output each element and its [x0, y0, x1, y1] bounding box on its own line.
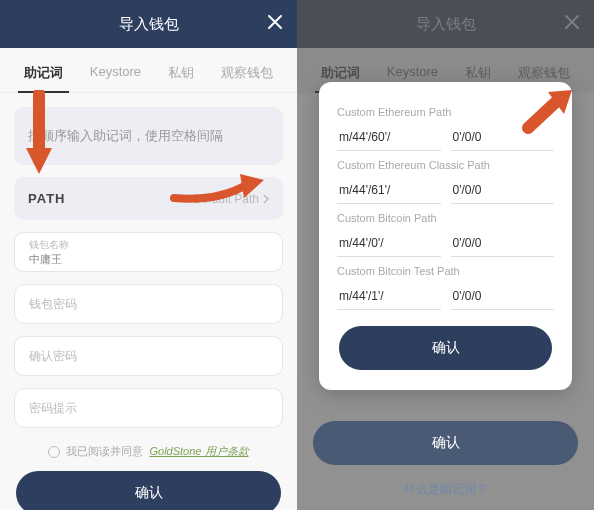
- path-suffix-input[interactable]: 0'/0/0: [451, 124, 555, 151]
- wallet-name-value: 中庸王: [29, 252, 268, 267]
- terms-prefix: 我已阅读并同意: [66, 444, 143, 459]
- header: 导入钱包: [0, 0, 297, 48]
- section-etc-title: Custom Ethereum Classic Path: [337, 159, 554, 171]
- wallet-name-field[interactable]: 钱包名称 中庸王: [14, 232, 283, 272]
- section-btc-title: Custom Bitcoin Path: [337, 212, 554, 224]
- mnemonic-input[interactable]: 按顺序输入助记词，使用空格间隔: [14, 107, 283, 165]
- path-modal: Custom Ethereum Path m/44'/60'/ 0'/0/0 C…: [319, 82, 572, 390]
- path-prefix-input[interactable]: m/44'/0'/: [337, 230, 441, 257]
- tabs: 助记词 Keystore 私钥 观察钱包: [0, 48, 297, 93]
- content: 按顺序输入助记词，使用空格间隔 PATH Default Path 钱包名称 中…: [0, 93, 297, 510]
- confirm-password-field[interactable]: 确认密码: [14, 336, 283, 376]
- tab-privatekey[interactable]: 私钥: [164, 58, 198, 92]
- path-selector[interactable]: PATH Default Path: [14, 177, 283, 220]
- tab-keystore[interactable]: Keystore: [86, 58, 145, 92]
- confirm-button[interactable]: 确认: [16, 471, 281, 510]
- phone-left: 导入钱包 助记词 Keystore 私钥 观察钱包 按顺序输入助记词，使用空格间…: [0, 0, 297, 510]
- close-icon[interactable]: [267, 14, 283, 34]
- terms-link[interactable]: GoldStone 用户条款: [149, 444, 248, 459]
- path-row-btc: m/44'/0'/ 0'/0/0: [337, 230, 554, 257]
- wallet-name-label: 钱包名称: [29, 238, 268, 252]
- confirm-password-label: 确认密码: [29, 348, 268, 365]
- tab-watch[interactable]: 观察钱包: [217, 58, 277, 92]
- terms-radio[interactable]: [48, 446, 60, 458]
- path-suffix-input[interactable]: 0'/0/0: [451, 283, 555, 310]
- path-row-btctest: m/44'/1'/ 0'/0/0: [337, 283, 554, 310]
- modal-confirm-button[interactable]: 确认: [339, 326, 552, 370]
- path-prefix-input[interactable]: m/44'/61'/: [337, 177, 441, 204]
- terms-row: 我已阅读并同意 GoldStone 用户条款: [14, 444, 283, 459]
- wallet-password-label: 钱包密码: [29, 296, 268, 313]
- help-link-bg: 什么是助记词？: [311, 481, 580, 498]
- tab-mnemonic[interactable]: 助记词: [20, 58, 67, 92]
- path-row-etc: m/44'/61'/ 0'/0/0: [337, 177, 554, 204]
- wallet-password-field[interactable]: 钱包密码: [14, 284, 283, 324]
- chevron-right-icon: [263, 194, 269, 204]
- path-value: Default Path: [193, 192, 269, 206]
- password-hint-label: 密码提示: [29, 400, 268, 417]
- path-suffix-input[interactable]: 0'/0/0: [451, 177, 555, 204]
- mnemonic-placeholder: 按顺序输入助记词，使用空格间隔: [28, 127, 223, 145]
- phone-right: 导入钱包 助记词 Keystore 私钥 观察钱包 确认 什么是助记词？ Cus…: [297, 0, 594, 510]
- background-bottom: 确认 什么是助记词？: [311, 421, 580, 498]
- path-suffix-input[interactable]: 0'/0/0: [451, 230, 555, 257]
- page-title: 导入钱包: [119, 15, 179, 34]
- section-btctest-title: Custom Bitcoin Test Path: [337, 265, 554, 277]
- path-label: PATH: [28, 191, 65, 206]
- path-row-eth: m/44'/60'/ 0'/0/0: [337, 124, 554, 151]
- confirm-button-bg: 确认: [313, 421, 578, 465]
- path-prefix-input[interactable]: m/44'/60'/: [337, 124, 441, 151]
- section-eth-title: Custom Ethereum Path: [337, 106, 554, 118]
- password-hint-field[interactable]: 密码提示: [14, 388, 283, 428]
- path-prefix-input[interactable]: m/44'/1'/: [337, 283, 441, 310]
